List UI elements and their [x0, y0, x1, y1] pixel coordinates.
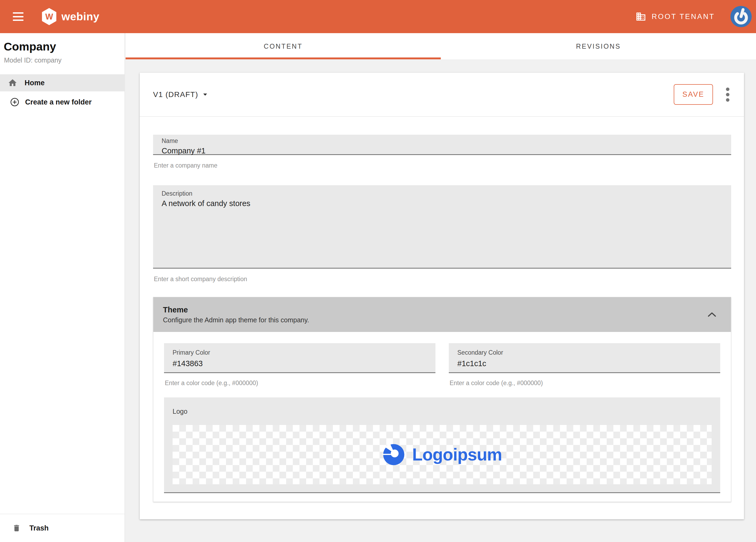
more-options-icon[interactable]	[723, 85, 732, 104]
theme-subtitle: Configure the Admin app theme for this c…	[163, 316, 309, 324]
primary-color-field[interactable]: Primary Color #143863	[164, 343, 435, 373]
tab-content[interactable]: CONTENT	[126, 33, 441, 59]
logo-image: Logoipsum	[382, 443, 502, 466]
app-header: W webiny ROOT TENANT	[0, 0, 756, 33]
user-avatar[interactable]	[730, 6, 752, 27]
primary-color-helper: Enter a color code (e.g., #000000)	[165, 380, 435, 387]
building-icon	[636, 11, 646, 22]
theme-section: Theme Configure the Admin app theme for …	[153, 297, 731, 502]
description-field-value: A network of candy stores	[162, 199, 723, 208]
secondary-color-label: Secondary Color	[457, 349, 712, 356]
page-title: Company	[4, 40, 124, 53]
theme-title: Theme	[163, 306, 309, 314]
secondary-color-value: #1c1c1c	[457, 359, 712, 368]
sidebar-item-trash[interactable]: Trash	[0, 514, 124, 542]
tab-revisions[interactable]: REVISIONS	[441, 33, 756, 59]
secondary-color-field[interactable]: Secondary Color #1c1c1c	[449, 343, 720, 373]
name-field-value: Company #1	[162, 146, 723, 155]
logo-field: Logo Logoipsum	[164, 398, 720, 493]
revision-selector[interactable]: V1 (DRAFT)	[153, 90, 207, 99]
entry-form-card: V1 (DRAFT) SAVE Name	[140, 73, 744, 519]
name-field-helper: Enter a company name	[154, 162, 731, 169]
brand-wordmark: webiny	[61, 10, 99, 23]
model-id-label: Model ID: company	[4, 56, 124, 64]
secondary-color-helper: Enter a color code (e.g., #000000)	[450, 380, 720, 387]
description-field[interactable]: Description A network of candy stores	[153, 185, 731, 268]
caret-down-icon	[203, 93, 207, 96]
logoipsum-mark-icon	[382, 443, 405, 466]
revision-label: V1 (DRAFT)	[153, 90, 198, 99]
folder-tree: Home Create a new folder	[0, 74, 124, 111]
description-field-label: Description	[162, 190, 723, 197]
primary-color-label: Primary Color	[173, 349, 427, 356]
hamburger-menu-icon[interactable]	[13, 12, 24, 21]
name-field-label: Name	[162, 137, 723, 144]
save-button[interactable]: SAVE	[674, 84, 713, 105]
sidebar-item-create-folder[interactable]: Create a new folder	[0, 93, 124, 111]
sidebar-item-home[interactable]: Home	[0, 74, 124, 91]
tenant-label: ROOT TENANT	[652, 13, 715, 21]
webiny-logo[interactable]: W webiny	[42, 8, 99, 25]
logo-field-label: Logo	[173, 408, 712, 415]
plus-circle-icon	[10, 97, 19, 107]
description-field-helper: Enter a short company description	[154, 276, 731, 283]
tab-bar: CONTENT REVISIONS	[126, 33, 756, 59]
logoipsum-wordmark: Logoipsum	[412, 445, 502, 465]
trash-icon	[12, 524, 21, 532]
theme-section-body: Primary Color #143863 Enter a color code…	[153, 332, 731, 502]
tenant-selector[interactable]: ROOT TENANT	[636, 11, 715, 22]
trash-label: Trash	[29, 524, 49, 532]
main-area: CONTENT REVISIONS V1 (DRAFT) SAVE	[126, 33, 756, 542]
entry-form-body: Name Company #1 Enter a company name Des…	[140, 117, 744, 502]
svg-text:W: W	[45, 12, 53, 21]
sidebar-item-label: Home	[25, 79, 45, 87]
theme-section-header: Theme Configure the Admin app theme for …	[153, 297, 731, 332]
chevron-up-icon	[707, 312, 716, 317]
primary-color-value: #143863	[173, 359, 427, 368]
entry-form-header: V1 (DRAFT) SAVE	[140, 73, 744, 117]
sidebar-item-label: Create a new folder	[25, 98, 92, 106]
power-avatar-icon	[730, 6, 752, 27]
content-area: V1 (DRAFT) SAVE Name	[126, 59, 756, 542]
logo-dropzone[interactable]: Logoipsum	[173, 425, 712, 484]
collapse-section-button[interactable]	[705, 310, 719, 320]
home-icon	[7, 78, 18, 88]
webiny-hexagon-icon: W	[42, 8, 57, 25]
name-field[interactable]: Name Company #1	[153, 135, 731, 155]
sidebar: Company Model ID: company Home Create a …	[0, 33, 125, 542]
